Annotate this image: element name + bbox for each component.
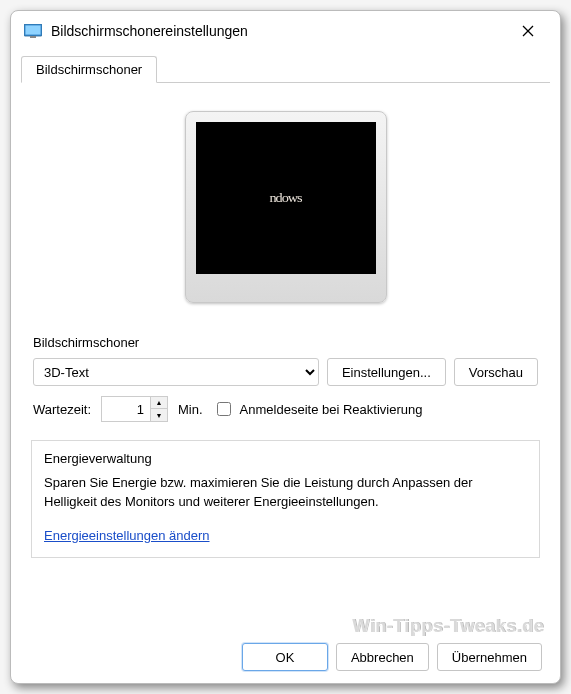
- energy-description: Sparen Sie Energie bzw. maximieren Sie d…: [44, 474, 527, 512]
- energy-group: Energieverwaltung Sparen Sie Energie bzw…: [31, 440, 540, 558]
- svg-rect-1: [26, 26, 41, 35]
- wait-spinbox[interactable]: ▲ ▼: [101, 396, 168, 422]
- resume-checkbox-wrap[interactable]: Anmeldeseite bei Reaktivierung: [213, 399, 423, 419]
- tab-strip: Bildschirmschoner: [21, 55, 550, 83]
- screensaver-group: Bildschirmschoner 3D-Text Einstellungen.…: [31, 335, 540, 422]
- screensaver-group-label: Bildschirmschoner: [33, 335, 538, 350]
- tab-screensaver[interactable]: Bildschirmschoner: [21, 56, 157, 83]
- wait-label: Wartezeit:: [33, 402, 91, 417]
- wait-down-button[interactable]: ▼: [151, 409, 167, 421]
- screensaver-preview-text: ndows: [270, 190, 302, 206]
- monitor-graphic: ndows: [185, 111, 387, 303]
- screensaver-select[interactable]: 3D-Text: [33, 358, 319, 386]
- resume-checkbox[interactable]: [217, 402, 231, 416]
- settings-button[interactable]: Einstellungen...: [327, 358, 446, 386]
- window-title: Bildschirmschonereinstellungen: [51, 23, 508, 39]
- cancel-button[interactable]: Abbrechen: [336, 643, 429, 671]
- wait-up-button[interactable]: ▲: [151, 397, 167, 409]
- titlebar: Bildschirmschonereinstellungen: [11, 11, 560, 51]
- apply-button[interactable]: Übernehmen: [437, 643, 542, 671]
- tab-content: ndows Bildschirmschoner 3D-Text Einstell…: [11, 83, 560, 580]
- wait-unit: Min.: [178, 402, 203, 417]
- energy-settings-link[interactable]: Energieeinstellungen ändern: [44, 528, 210, 543]
- screensaver-settings-dialog: Bildschirmschonereinstellungen Bildschir…: [10, 10, 561, 684]
- app-icon: [23, 21, 43, 41]
- close-button[interactable]: [508, 15, 548, 47]
- energy-group-label: Energieverwaltung: [44, 451, 527, 466]
- ok-button[interactable]: OK: [242, 643, 328, 671]
- wait-input[interactable]: [102, 397, 150, 421]
- svg-rect-2: [30, 36, 36, 38]
- watermark-text: Win-Tipps-Tweaks.de: [352, 616, 544, 637]
- close-icon: [522, 25, 534, 37]
- preview-area: ndows: [29, 93, 542, 335]
- resume-checkbox-label: Anmeldeseite bei Reaktivierung: [240, 402, 423, 417]
- dialog-footer: OK Abbrechen Übernehmen: [242, 643, 542, 671]
- preview-button[interactable]: Vorschau: [454, 358, 538, 386]
- monitor-screen: ndows: [196, 122, 376, 274]
